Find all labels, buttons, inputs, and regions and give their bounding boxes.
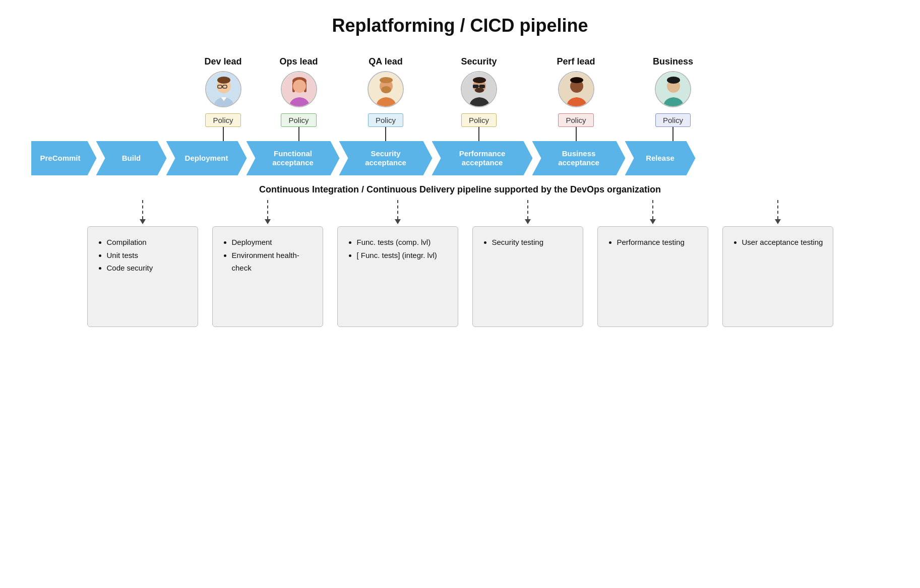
connector-perf-lead: [576, 127, 577, 141]
arrow-head-box-performance: [650, 219, 656, 224]
stage-label-performance-acceptance: Performance acceptance: [444, 149, 521, 167]
persona-col-business: Business Policy: [627, 56, 720, 141]
info-box-box-performance: Performance testing: [597, 226, 708, 327]
box-col-box-build: CompilationUnit testsCode security: [87, 200, 198, 327]
policy-box-perf-lead: Policy: [558, 113, 593, 127]
stage-label-release: Release: [646, 154, 674, 163]
dashed-line-box-performance: [652, 200, 653, 219]
pipeline-stage-release: Release: [625, 141, 696, 175]
policy-box-qa-lead: Policy: [368, 113, 403, 127]
svg-point-24: [570, 77, 583, 83]
box-item: Unit tests: [107, 249, 189, 262]
dashed-arrow-box-security: [525, 200, 531, 224]
dashed-line-box-security: [527, 200, 528, 219]
arrow-head-box-build: [140, 219, 146, 224]
box-item: User acceptance testing: [742, 236, 824, 249]
persona-col-perf-lead: Perf lead Policy: [526, 56, 627, 141]
dashed-line-box-functional: [397, 200, 398, 219]
pipeline-stage-performance-acceptance: Performance acceptance: [432, 141, 533, 175]
svg-point-10: [293, 80, 306, 93]
arrow-head-box-security: [525, 219, 531, 224]
persona-name-security: Security: [461, 56, 497, 67]
dashed-arrow-box-deployment: [265, 200, 271, 224]
persona-name-ops-lead: Ops lead: [279, 56, 318, 67]
page-title: Replatforming / CICD pipeline: [20, 15, 900, 36]
box-item: [ Func. tests] (integr. lvl): [357, 249, 449, 262]
avatar-qa-lead: [367, 71, 404, 107]
svg-rect-17: [473, 85, 478, 88]
avatar-dev-lead: [205, 71, 241, 107]
box-item: Compilation: [107, 236, 189, 249]
svg-point-21: [473, 77, 486, 83]
persona-col-qa-lead: QA lead Policy: [339, 56, 433, 141]
policy-box-ops-lead: Policy: [281, 113, 316, 127]
info-box-box-security: Security testing: [472, 226, 583, 327]
box-col-box-functional: Func. tests (comp. lvl)[ Func. tests] (i…: [337, 200, 458, 327]
persona-col-security: Security Policy: [433, 56, 526, 141]
connector-ops-lead: [298, 127, 299, 141]
connector-business: [672, 127, 673, 141]
pipeline-stage-build: Build: [96, 141, 167, 175]
info-box-box-deployment: DeploymentEnvironment health-check: [212, 226, 323, 327]
stage-label-precommit: PreCommit: [40, 154, 80, 163]
box-item: Security testing: [492, 236, 574, 249]
persona-name-business: Business: [653, 56, 693, 67]
box-col-box-deployment: DeploymentEnvironment health-check: [212, 200, 323, 327]
svg-rect-18: [479, 85, 485, 88]
svg-point-2: [217, 77, 230, 84]
svg-point-27: [667, 77, 680, 84]
pipeline-stage-business-acceptance: Business acceptance: [532, 141, 626, 175]
persona-col-ops-lead: Ops lead Policy: [259, 56, 339, 141]
box-item: Environment health-check: [232, 249, 314, 275]
box-item: Performance testing: [617, 236, 699, 249]
avatar-ops-lead: [281, 71, 317, 107]
arrow-head-box-functional: [395, 219, 401, 224]
arrow-head-box-user: [775, 219, 781, 224]
persona-col-dev-lead: Dev lead Policy: [188, 56, 259, 141]
policy-box-security: Policy: [461, 113, 497, 127]
connector-dev-lead: [223, 127, 224, 141]
stage-label-business-acceptance: Business acceptance: [544, 149, 614, 167]
persona-name-dev-lead: Dev lead: [204, 56, 241, 67]
svg-point-13: [381, 86, 391, 93]
persona-name-qa-lead: QA lead: [369, 56, 402, 67]
svg-point-20: [475, 88, 484, 93]
info-box-box-build: CompilationUnit testsCode security: [87, 226, 198, 327]
stage-label-deployment: Deployment: [185, 154, 228, 163]
pipeline-stage-functional-acceptance: Functional acceptance: [247, 141, 340, 175]
dashed-line-box-user: [777, 200, 778, 219]
persona-name-perf-lead: Perf lead: [557, 56, 595, 67]
policy-box-dev-lead: Policy: [205, 113, 240, 127]
box-col-box-performance: Performance testing: [597, 200, 708, 327]
avatar-perf-lead: [558, 71, 594, 107]
box-item: Func. tests (comp. lvl): [357, 236, 449, 249]
dashed-arrow-box-user: [775, 200, 781, 224]
avatar-security: [461, 71, 497, 107]
stage-label-functional-acceptance: Functional acceptance: [259, 149, 328, 167]
dashed-arrow-box-performance: [650, 200, 656, 224]
policy-box-business: Policy: [655, 113, 691, 127]
arrow-head-box-deployment: [265, 219, 271, 224]
svg-point-14: [380, 77, 393, 83]
dashed-arrow-box-build: [140, 200, 146, 224]
box-item: Deployment: [232, 236, 314, 249]
connector-security: [478, 127, 479, 141]
box-item: Code security: [107, 262, 189, 275]
cicd-text: Continuous Integration / Continuous Deli…: [20, 184, 900, 195]
avatar-business: [655, 71, 691, 107]
connector-qa-lead: [385, 127, 386, 141]
box-col-box-user: User acceptance testing: [722, 200, 833, 327]
dashed-line-box-build: [142, 200, 143, 219]
box-col-box-security: Security testing: [472, 200, 583, 327]
dashed-line-box-deployment: [267, 200, 268, 219]
info-box-box-functional: Func. tests (comp. lvl)[ Func. tests] (i…: [337, 226, 458, 327]
dashed-arrow-box-functional: [395, 200, 401, 224]
pipeline-stage-deployment: Deployment: [166, 141, 247, 175]
stage-label-security-acceptance: Security acceptance: [351, 149, 420, 167]
stage-label-build: Build: [122, 154, 141, 163]
pipeline-stage-security-acceptance: Security acceptance: [339, 141, 433, 175]
pipeline-stage-precommit: PreCommit: [31, 141, 97, 175]
info-box-box-user: User acceptance testing: [722, 226, 833, 327]
